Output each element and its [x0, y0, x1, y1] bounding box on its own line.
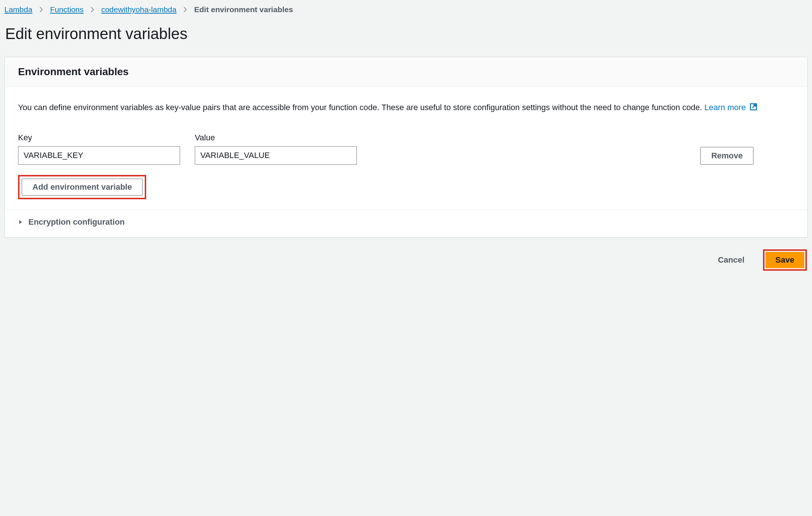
chevron-right-icon: [182, 7, 188, 13]
description-text: You can define environment variables as …: [18, 103, 704, 112]
env-vars-card: Environment variables You can define env…: [4, 57, 808, 238]
learn-more-link[interactable]: Learn more: [704, 103, 758, 112]
external-link-icon: [749, 102, 757, 115]
highlight-add-button: Add environment variable: [18, 175, 146, 199]
breadcrumb-current: Edit environment variables: [194, 5, 293, 14]
add-row: Add environment variable: [18, 175, 794, 199]
caret-right-icon: [18, 217, 23, 227]
cancel-button[interactable]: Cancel: [707, 251, 755, 269]
breadcrumb: Lambda Functions codewithyoha-lambda Edi…: [4, 4, 808, 17]
value-column: Value: [195, 133, 357, 165]
chevron-right-icon: [38, 7, 44, 13]
page-title: Edit environment variables: [5, 25, 808, 43]
remove-button[interactable]: Remove: [700, 147, 753, 165]
encryption-title: Encryption configuration: [28, 217, 125, 227]
learn-more-text: Learn more: [704, 103, 746, 112]
card-description: You can define environment variables as …: [18, 101, 794, 115]
add-env-var-button[interactable]: Add environment variable: [22, 179, 143, 196]
key-column: Key: [18, 133, 180, 165]
breadcrumb-functions[interactable]: Functions: [50, 5, 84, 14]
value-input[interactable]: [195, 146, 357, 165]
encryption-section: Encryption configuration: [5, 210, 807, 237]
card-header-title: Environment variables: [18, 66, 794, 78]
key-input[interactable]: [18, 146, 180, 165]
encryption-toggle[interactable]: Encryption configuration: [18, 217, 794, 227]
card-body: You can define environment variables as …: [5, 87, 807, 210]
env-var-row: Key Value Remove: [18, 133, 794, 165]
footer-actions: Cancel Save: [4, 249, 808, 271]
breadcrumb-lambda[interactable]: Lambda: [4, 5, 32, 14]
highlight-save-button: Save: [763, 249, 807, 271]
key-label: Key: [18, 133, 180, 143]
breadcrumb-function-name[interactable]: codewithyoha-lambda: [101, 5, 176, 14]
value-label: Value: [195, 133, 357, 143]
save-button[interactable]: Save: [766, 252, 804, 268]
card-header: Environment variables: [5, 57, 807, 87]
chevron-right-icon: [89, 7, 95, 13]
